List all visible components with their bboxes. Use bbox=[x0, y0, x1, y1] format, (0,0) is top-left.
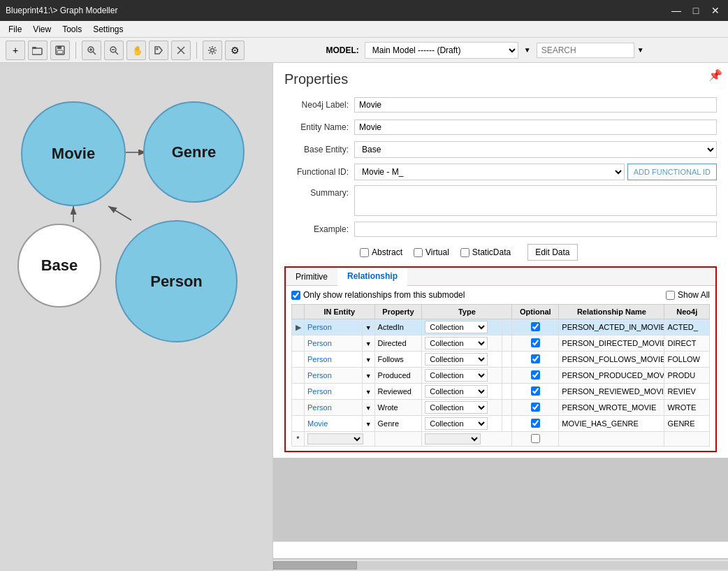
row-entity-link[interactable]: Person bbox=[307, 371, 332, 380]
functional-id-container: Movie - M_ ADD FUNCTIONAL ID bbox=[354, 164, 717, 180]
entity-dropdown-arrow[interactable]: ▼ bbox=[365, 324, 372, 331]
virtual-checkbox-label[interactable]: Virtual bbox=[414, 247, 449, 257]
svg-line-11 bbox=[115, 52, 118, 55]
open-button[interactable] bbox=[28, 41, 48, 60]
row-entity-cell: Person bbox=[305, 352, 363, 368]
row-type-select[interactable]: Collection bbox=[425, 417, 488, 430]
row-entity-link[interactable]: Person bbox=[307, 403, 332, 412]
row-optional-checkbox[interactable] bbox=[531, 403, 540, 412]
edit-data-button[interactable]: Edit Data bbox=[527, 244, 577, 261]
search-arrow[interactable]: ▼ bbox=[637, 46, 644, 54]
row-type-select[interactable]: Collection bbox=[425, 369, 488, 382]
search-input[interactable] bbox=[537, 43, 634, 58]
add-functional-id-button[interactable]: ADD FUNCTIONAL ID bbox=[627, 164, 717, 180]
row-entity-link[interactable]: Movie bbox=[307, 419, 328, 428]
row-optional-checkbox[interactable] bbox=[531, 434, 540, 443]
node-genre[interactable]: Genre bbox=[143, 101, 245, 203]
row-type-arrow bbox=[502, 384, 512, 400]
minimize-button[interactable]: — bbox=[669, 5, 683, 16]
menu-tools[interactable]: Tools bbox=[57, 23, 87, 36]
row-optional-cell bbox=[512, 352, 559, 368]
toolbar-center: MODEL: Main Model ------ (Draft) ▼ ▼ bbox=[247, 42, 722, 59]
table-row: Person ▼ Produced Collection PERSON_PROD… bbox=[292, 368, 710, 384]
row-type-select[interactable]: Collection bbox=[425, 401, 488, 414]
row-neo4j-cell bbox=[664, 432, 710, 447]
close-button[interactable]: ✕ bbox=[708, 5, 722, 16]
settings-button[interactable] bbox=[203, 41, 222, 60]
svg-rect-1 bbox=[32, 47, 36, 49]
entity-dropdown-arrow[interactable]: ▼ bbox=[365, 373, 372, 380]
row-optional-checkbox[interactable] bbox=[531, 370, 540, 380]
base-entity-select[interactable]: Base bbox=[354, 141, 717, 158]
tab-primitive[interactable]: Primitive bbox=[286, 268, 337, 285]
neo4j-label-input[interactable] bbox=[354, 97, 717, 113]
row-type-select[interactable]: Collection bbox=[425, 353, 488, 366]
scroll-track[interactable] bbox=[273, 561, 728, 570]
row-entity-link[interactable]: Person bbox=[307, 323, 332, 331]
entity-name-row: Entity Name: bbox=[284, 118, 717, 136]
node-base[interactable]: Base bbox=[17, 224, 101, 308]
abstract-checkbox-label[interactable]: Abstract bbox=[360, 247, 402, 257]
row-optional-checkbox[interactable] bbox=[531, 419, 540, 428]
menu-view[interactable]: View bbox=[27, 23, 57, 36]
maximize-button[interactable]: □ bbox=[689, 5, 703, 16]
scroll-thumb[interactable] bbox=[273, 561, 357, 570]
entity-name-input[interactable] bbox=[354, 120, 717, 135]
tag-button[interactable] bbox=[149, 41, 168, 60]
row-entity-link[interactable]: Person bbox=[307, 339, 332, 347]
menu-file[interactable]: File bbox=[3, 23, 27, 36]
row-type-select[interactable]: Collection bbox=[425, 337, 488, 349]
summary-input[interactable] bbox=[354, 185, 717, 216]
zoom-in-button[interactable] bbox=[82, 41, 101, 60]
abstract-checkbox[interactable] bbox=[360, 248, 369, 257]
zoom-out-button[interactable] bbox=[104, 41, 124, 60]
row-optional-checkbox[interactable] bbox=[531, 338, 540, 347]
cut-button[interactable] bbox=[171, 41, 191, 60]
example-input[interactable] bbox=[354, 222, 717, 237]
show-all-checkbox[interactable] bbox=[666, 291, 675, 300]
row-type-select[interactable]: Collection bbox=[425, 321, 488, 333]
row-arrow-cell bbox=[292, 352, 305, 368]
static-data-checkbox-label[interactable]: StaticData bbox=[460, 247, 511, 257]
model-select[interactable]: Main Model ------ (Draft) bbox=[365, 42, 518, 59]
col-rel-name: Relationship Name bbox=[559, 305, 664, 319]
entity-dropdown-arrow[interactable]: ▼ bbox=[365, 340, 372, 347]
bottom-area bbox=[273, 458, 728, 542]
entity-dropdown-arrow[interactable]: ▼ bbox=[365, 421, 372, 428]
menu-settings[interactable]: Settings bbox=[87, 23, 129, 36]
row-entity-cell: Person bbox=[305, 319, 363, 335]
show-all-label[interactable]: Show All bbox=[666, 290, 710, 300]
row-type-select[interactable]: Collection bbox=[425, 385, 488, 398]
row-entity-select[interactable] bbox=[307, 433, 363, 444]
tab-relationship[interactable]: Relationship bbox=[337, 268, 407, 286]
model-dropdown-arrow[interactable]: ▼ bbox=[524, 46, 531, 54]
only-show-label[interactable]: Only show relationships from this submod… bbox=[291, 290, 465, 300]
pan-button[interactable]: ✋ bbox=[126, 41, 146, 60]
row-optional-checkbox[interactable] bbox=[531, 386, 540, 396]
functional-id-select[interactable]: Movie - M_ bbox=[354, 164, 625, 180]
row-neo4j-cell: FOLLOW bbox=[664, 352, 710, 368]
row-entity-link[interactable]: Person bbox=[307, 387, 332, 396]
only-show-checkbox[interactable] bbox=[291, 291, 300, 300]
node-movie[interactable]: Movie bbox=[21, 101, 126, 206]
node-person[interactable]: Person bbox=[115, 220, 238, 342]
entity-dropdown-arrow[interactable]: ▼ bbox=[365, 405, 372, 412]
row-entity-link[interactable]: Person bbox=[307, 355, 332, 363]
row-type-cell: Collection bbox=[422, 352, 502, 368]
canvas-panel[interactable]: Movie Genre Base Person bbox=[0, 63, 272, 571]
row-optional-checkbox[interactable] bbox=[531, 322, 540, 331]
row-entity-arrow: ▼ bbox=[362, 368, 374, 384]
static-data-checkbox[interactable] bbox=[460, 248, 469, 257]
entity-dropdown-arrow[interactable]: ▼ bbox=[365, 389, 372, 396]
row-optional-checkbox[interactable] bbox=[531, 354, 540, 363]
pin-icon[interactable]: 📌 bbox=[708, 68, 722, 82]
save-button[interactable] bbox=[50, 41, 70, 60]
col-property: Property bbox=[374, 305, 422, 319]
entity-dropdown-arrow[interactable]: ▼ bbox=[365, 356, 372, 363]
virtual-checkbox[interactable] bbox=[414, 248, 423, 257]
show-all-row: Only show relationships from this submod… bbox=[291, 290, 710, 300]
new-button[interactable]: + bbox=[6, 41, 25, 60]
row-type-select[interactable] bbox=[425, 433, 481, 444]
config-button[interactable]: ⚙ bbox=[225, 41, 245, 60]
neo4j-label-row: Neo4j Label: bbox=[284, 96, 717, 114]
